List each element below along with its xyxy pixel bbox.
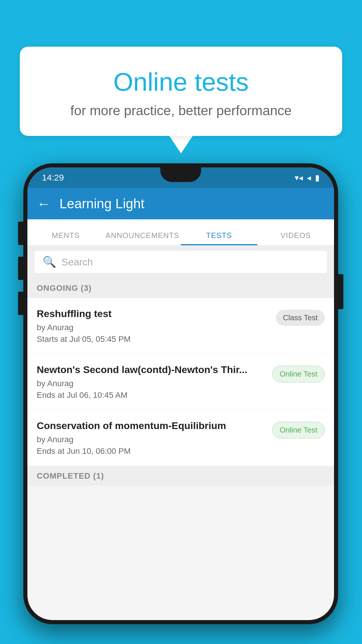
phone-screen: 14:29 ▾◂ ◂ ▮ ← Learning Light MENTS ANNO… [27, 167, 334, 620]
test-date: Starts at Jul 05, 05:45 PM [37, 335, 270, 344]
test-item[interactable]: Conservation of momentum-Equilibrium by … [27, 410, 334, 466]
phone-container: 14:29 ▾◂ ◂ ▮ ← Learning Light MENTS ANNO… [23, 163, 338, 624]
test-author: by Anurag [37, 379, 266, 388]
search-placeholder: Search [61, 256, 93, 268]
test-title: Reshuffling test [37, 308, 270, 319]
speech-bubble-title: Online tests [37, 67, 325, 97]
test-badge-class: Class Test [276, 310, 325, 326]
test-info: Newton's Second law(contd)-Newton's Thir… [37, 364, 272, 400]
test-item[interactable]: Reshuffling test by Anurag Starts at Jul… [27, 298, 334, 354]
test-title: Conservation of momentum-Equilibrium [37, 420, 266, 431]
test-author: by Anurag [37, 323, 270, 332]
test-author: by Anurag [37, 435, 266, 444]
speech-bubble-container: Online tests for more practice, better p… [20, 47, 342, 153]
tabs-container: MENTS ANNOUNCEMENTS TESTS VIDEOS [27, 219, 334, 246]
tab-videos[interactable]: VIDEOS [257, 231, 334, 245]
tab-announcements[interactable]: ANNOUNCEMENTS [104, 231, 181, 245]
test-date: Ends at Jul 06, 10:45 AM [37, 391, 266, 400]
test-badge-online: Online Test [272, 422, 325, 438]
status-bar-time: 14:29 [42, 173, 64, 183]
signal-icon: ◂ [307, 173, 311, 183]
status-bar: 14:29 ▾◂ ◂ ▮ [27, 167, 334, 188]
status-bar-icons: ▾◂ ◂ ▮ [295, 173, 319, 183]
app-bar-title: Learning Light [59, 196, 145, 211]
test-info: Reshuffling test by Anurag Starts at Jul… [37, 308, 276, 344]
back-button[interactable]: ← [37, 196, 51, 212]
test-item[interactable]: Newton's Second law(contd)-Newton's Thir… [27, 354, 334, 410]
search-icon: 🔍 [43, 256, 56, 268]
completed-header-text: COMPLETED (1) [37, 471, 104, 480]
tab-tests[interactable]: TESTS [181, 231, 257, 245]
search-container: 🔍 Search [27, 246, 334, 278]
test-date: Ends at Jun 10, 06:00 PM [37, 447, 266, 456]
ongoing-header-text: ONGOING (3) [37, 284, 92, 293]
speech-bubble-arrow [169, 136, 193, 153]
tab-ments[interactable]: MENTS [27, 231, 104, 245]
wifi-icon: ▾◂ [295, 173, 303, 183]
phone-outer: 14:29 ▾◂ ◂ ▮ ← Learning Light MENTS ANNO… [23, 163, 338, 624]
test-info: Conservation of momentum-Equilibrium by … [37, 420, 272, 456]
test-list: Reshuffling test by Anurag Starts at Jul… [27, 298, 334, 466]
completed-section-header: COMPLETED (1) [27, 466, 334, 486]
battery-icon: ▮ [315, 173, 319, 183]
test-title: Newton's Second law(contd)-Newton's Thir… [37, 364, 266, 375]
notch [160, 167, 201, 182]
search-bar[interactable]: 🔍 Search [34, 251, 327, 273]
speech-bubble: Online tests for more practice, better p… [20, 47, 342, 136]
app-bar: ← Learning Light [27, 188, 334, 219]
test-badge-online: Online Test [272, 366, 325, 382]
ongoing-section-header: ONGOING (3) [27, 278, 334, 298]
speech-bubble-subtitle: for more practice, better performance [37, 103, 325, 118]
